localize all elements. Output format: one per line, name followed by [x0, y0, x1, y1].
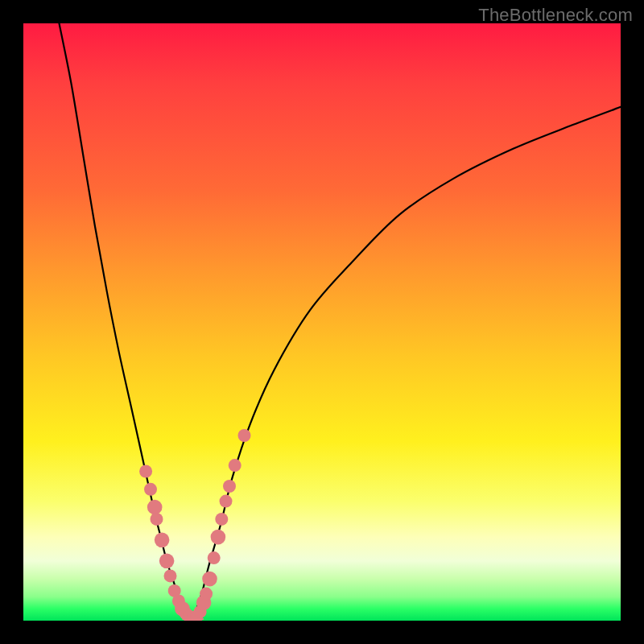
plot-area — [23, 23, 621, 621]
dot — [238, 429, 251, 442]
dot — [159, 554, 175, 569]
chart-frame: TheBottleneck.com — [0, 0, 644, 644]
dot — [139, 465, 152, 478]
right-curve — [191, 107, 621, 621]
dot — [202, 572, 217, 587]
dot — [215, 513, 228, 526]
dot — [208, 551, 221, 564]
dot — [211, 530, 226, 545]
left-curve — [60, 23, 191, 621]
chart-svg — [23, 23, 621, 621]
dot — [200, 588, 213, 601]
highlight-dots — [139, 429, 250, 621]
dot — [220, 495, 233, 508]
watermark-text: TheBottleneck.com — [478, 5, 633, 26]
dot — [155, 533, 170, 548]
dot — [223, 480, 236, 493]
dot — [147, 500, 163, 515]
dot — [144, 483, 157, 496]
dot — [164, 569, 177, 582]
dot — [151, 513, 163, 526]
dot — [229, 459, 242, 472]
